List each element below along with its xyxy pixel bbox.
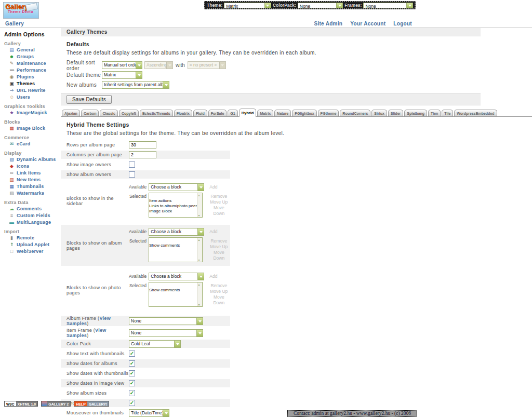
tab-eclecticthreads[interactable]: EclecticThreads	[140, 110, 173, 116]
logout-link[interactable]: Logout	[393, 21, 412, 26]
tab-splatbang[interactable]: Splatbang	[404, 110, 427, 116]
sidebar-item-users[interactable]: Users	[8, 94, 61, 100]
sidebar-add-button[interactable]: Add	[209, 183, 217, 190]
album-selected-listbox[interactable]: Show comments	[149, 237, 203, 262]
tab-g1[interactable]: G1	[228, 110, 237, 116]
cols-per-page-input[interactable]	[129, 151, 156, 158]
sidebar-item-multilanguage[interactable]: MultiLanguage	[8, 219, 61, 225]
show-image-owners-checkbox[interactable]	[129, 161, 135, 168]
sidebar-item-new-items[interactable]: New Items	[8, 177, 61, 183]
sidebar-remove-button[interactable]: Remove	[208, 194, 230, 199]
sidebar-selected-listbox[interactable]: Item actions Links to album/photo peers …	[149, 193, 203, 218]
photo-move-down-button[interactable]: Move Down	[208, 294, 230, 306]
sidebar-item-watermarks[interactable]: Watermarks	[8, 190, 61, 196]
sidebar-item-general[interactable]: General	[8, 47, 61, 53]
sidebar-item-ecard[interactable]: eCard	[8, 141, 61, 147]
tab-pgtheme[interactable]: PGtheme	[318, 110, 339, 116]
colorpack-select[interactable]: None	[298, 3, 343, 8]
sidebar-item-url-rewrite[interactable]: URL Rewrite	[8, 87, 61, 93]
sidebar-move-up-button[interactable]: Move Up	[208, 199, 230, 205]
sidebar-item-performance[interactable]: Performance	[8, 67, 61, 73]
sidebar-item-image-block[interactable]: Image Block	[8, 125, 61, 131]
default-theme-select[interactable]: Matrix	[102, 71, 142, 79]
sidebar-item-imagemagick[interactable]: ImageMagick	[8, 110, 61, 116]
album-move-down-button[interactable]: Move Down	[208, 250, 230, 261]
mouseover-select[interactable]: Title (Date/Time)	[129, 409, 169, 417]
breadcrumb[interactable]: Gallery	[5, 21, 24, 26]
tab-carbon[interactable]: Carbon	[81, 110, 99, 116]
tab-wordpressembedded[interactable]: WordpressEmbedded	[454, 110, 497, 116]
sidebar-item-web-server[interactable]: Web/Server	[8, 248, 61, 254]
tab-siriux[interactable]: Siriux	[371, 110, 387, 116]
tab-tien[interactable]: Tien	[428, 110, 441, 116]
photo-available-select[interactable]: Choose a block	[149, 273, 204, 280]
scrollbar[interactable]	[197, 282, 202, 306]
sidebar-item-groups[interactable]: Groups	[8, 53, 61, 60]
scrollbar[interactable]	[197, 238, 202, 262]
show-text-checkbox[interactable]	[129, 350, 135, 357]
sidebar-item-remote[interactable]: Remote	[8, 235, 61, 241]
gallery2-badge[interactable]: GALLERY 2	[41, 401, 71, 407]
show-dates-image-checkbox[interactable]	[129, 380, 135, 386]
your-account-link[interactable]: Your Account	[350, 21, 385, 26]
album-remove-button[interactable]: Remove	[208, 238, 230, 244]
sidebar-item-custom-fields[interactable]: Custom Fields	[8, 212, 61, 219]
photo-remove-button[interactable]: Remove	[208, 283, 230, 289]
theme-select[interactable]: Matrix	[224, 3, 271, 8]
sidebar-item-maintenance[interactable]: Maintenance	[8, 60, 61, 66]
sidebar-item-link-items[interactable]: Link Items	[8, 170, 61, 176]
sidebar-item-dynamic-albums[interactable]: Dynamic Albums	[8, 156, 61, 163]
color-pack-select[interactable]: Gold Leaf	[129, 340, 181, 348]
w3c-xhtml-badge[interactable]: W3C XHTML 1.0	[4, 401, 38, 407]
photo-selected-listbox[interactable]: Show comments	[149, 282, 203, 307]
help-gallery-badge[interactable]: HELP GALLERY!	[74, 401, 109, 407]
show-album-owners-checkbox[interactable]	[129, 171, 135, 178]
tab-copyleft[interactable]: Copyleft	[119, 110, 139, 116]
default-sort-order-select[interactable]: Manual sort order	[102, 61, 142, 69]
tab-slider[interactable]: Slider	[388, 110, 403, 116]
list-item[interactable]: Item actions	[149, 198, 202, 204]
new-albums-select[interactable]: Inherit settings from parent album	[102, 81, 169, 89]
sidebar-item-thumbnails[interactable]: Thumbnails	[8, 183, 61, 190]
tab-roundcorners[interactable]: RoundCorners	[340, 110, 370, 116]
sidebar-available-select[interactable]: Choose a block	[149, 183, 204, 191]
tab-pglightbox[interactable]: PGlightbox	[292, 110, 316, 116]
item-frame-select[interactable]: None	[129, 329, 203, 337]
tab-matrix[interactable]: Matrix	[257, 110, 273, 116]
photo-add-button[interactable]: Add	[209, 273, 217, 279]
album-frame-select[interactable]: None	[129, 317, 203, 325]
site-admin-link[interactable]: Site Admin	[314, 21, 342, 26]
show-dates-albums-checkbox[interactable]	[129, 360, 135, 367]
show-view-counts-checkbox[interactable]	[129, 400, 135, 406]
photo-move-up-button[interactable]: Move Up	[208, 289, 230, 294]
tab-tile[interactable]: Tile	[442, 110, 453, 116]
sidebar-item-upload-applet[interactable]: Upload Applet	[8, 241, 61, 248]
tab-classic[interactable]: Classic	[100, 110, 118, 116]
tab-nature[interactable]: Nature	[274, 110, 291, 116]
sidebar-item-icons[interactable]: Icons	[8, 163, 61, 169]
sidebar-item-plugins[interactable]: Plugins	[8, 74, 61, 80]
tab-fluid[interactable]: Fluid	[193, 110, 207, 116]
gallery-logo[interactable]: Gallery Theme Demo	[3, 2, 39, 19]
scrollbar[interactable]	[197, 193, 202, 217]
sidebar-item-themes[interactable]: Themes	[8, 80, 61, 87]
tab-floatrix[interactable]: Floatrix	[174, 110, 192, 116]
album-move-up-button[interactable]: Move Up	[208, 244, 230, 250]
list-item[interactable]: Links to album/photo peers	[149, 204, 202, 209]
show-dates-thumbs-checkbox[interactable]	[129, 370, 135, 376]
show-album-sizes-checkbox[interactable]	[129, 390, 135, 396]
tab-forsale[interactable]: ForSale	[208, 110, 227, 116]
tab-ajaxian[interactable]: Ajaxian	[62, 110, 80, 116]
tab-hybrid[interactable]: Hybrid	[239, 109, 257, 117]
chevron-down-icon	[196, 330, 203, 336]
album-available-select[interactable]: Choose a block	[149, 228, 204, 236]
frames-select[interactable]: None	[363, 3, 413, 8]
list-item[interactable]: Show comments	[149, 243, 202, 248]
sidebar-item-comments[interactable]: Comments	[8, 206, 61, 212]
album-add-button[interactable]: Add	[209, 228, 217, 235]
rows-per-page-input[interactable]	[129, 141, 156, 149]
sidebar-move-down-button[interactable]: Move Down	[208, 205, 230, 217]
save-defaults-button[interactable]: Save Defaults	[66, 95, 112, 104]
list-item[interactable]: Show comments	[149, 288, 202, 293]
list-item[interactable]: Image Block	[149, 209, 202, 214]
